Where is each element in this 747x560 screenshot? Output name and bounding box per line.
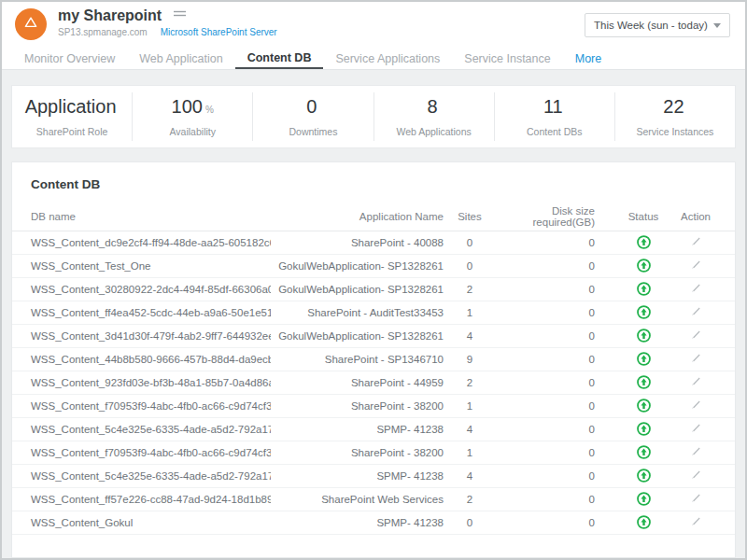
- application-name-cell: SharePoint - SP1346710: [271, 347, 444, 371]
- status-cell: [617, 231, 669, 254]
- sites-cell: 2: [444, 487, 496, 511]
- summary-stats-bar: Application SharePoint Role 100% Availab…: [11, 85, 736, 148]
- stat-value: Application: [12, 96, 132, 120]
- edit-pencil-icon[interactable]: [690, 259, 702, 271]
- status-up-icon: [637, 375, 651, 389]
- sites-cell: 4: [444, 417, 496, 441]
- stat-value: 100%: [133, 96, 252, 120]
- stat-label: Web Applications: [374, 126, 494, 137]
- status-up-icon: [637, 515, 651, 529]
- application-name-cell: SPMP- 41238: [271, 417, 444, 441]
- stat-value: 8: [374, 96, 494, 120]
- status-cell: [617, 301, 669, 324]
- sites-cell: 1: [444, 441, 496, 464]
- main-content: Application SharePoint Role 100% Availab…: [2, 70, 745, 558]
- sites-cell: 2: [444, 277, 496, 301]
- application-name-cell: SPMP- 41238: [271, 511, 444, 534]
- tab-service-applications[interactable]: Service Applications: [323, 45, 452, 69]
- db-name-cell: WSS_Content_dc9e2cf4-ff94-48de-aa25-6051…: [12, 231, 271, 254]
- tab-service-instance[interactable]: Service Instance: [452, 45, 562, 69]
- edit-pencil-icon[interactable]: [690, 235, 702, 247]
- stat-label: SharePoint Role: [12, 126, 132, 137]
- disk-size-cell: 0: [496, 347, 617, 371]
- table-row: WSS_Content_5c4e325e-6335-4ade-a5d2-792a…: [12, 464, 735, 487]
- db-name-cell: WSS_Content_f70953f9-4abc-4fb0-ac66-c9d7…: [12, 441, 271, 464]
- action-cell: [669, 441, 735, 464]
- table-row: WSS_Content_44b8b580-9666-457b-88d4-da9e…: [12, 347, 735, 371]
- title-block: my Sharepoint SP13.spmanage.comMicrosoft…: [58, 7, 277, 37]
- tab-content-db[interactable]: Content DB: [235, 45, 324, 69]
- disk-size-cell: 0: [496, 394, 617, 417]
- chevron-down-icon: [713, 23, 721, 28]
- time-range-dropdown[interactable]: This Week (sun - today): [585, 13, 730, 37]
- table-row: WSS_Content_dc9e2cf4-ff94-48de-aa25-6051…: [12, 231, 735, 254]
- edit-pencil-icon[interactable]: [690, 469, 702, 481]
- menu-icon[interactable]: [174, 7, 186, 24]
- table-row: WSS_Content_923fd03e-bf3b-48a1-85b7-0a4d…: [12, 371, 735, 394]
- col-header-action: Action: [669, 203, 735, 231]
- application-name-cell: GokulWebApplication- SP1328261: [271, 254, 444, 277]
- stat-label: Downtimes: [253, 126, 373, 137]
- status-cell: [617, 487, 669, 511]
- action-cell: [669, 394, 735, 417]
- status-cell: [617, 371, 669, 394]
- action-cell: [669, 371, 735, 394]
- application-name-cell: SharePoint - 38200: [271, 394, 444, 417]
- edit-pencil-icon[interactable]: [690, 305, 702, 317]
- disk-size-cell: 0: [496, 301, 617, 324]
- server-type-link[interactable]: Microsoft SharePoint Server: [161, 27, 277, 37]
- db-name-cell: WSS_Content_Test_One: [12, 254, 271, 277]
- disk-size-cell: 0: [496, 417, 617, 441]
- page-title: my Sharepoint: [58, 7, 162, 24]
- status-cell: [617, 441, 669, 464]
- tab-web-application[interactable]: Web Application: [127, 45, 234, 69]
- stat-web-applications: 8 Web Applications: [374, 92, 494, 141]
- disk-size-cell: 0: [496, 371, 617, 394]
- disk-size-cell: 0: [496, 277, 617, 301]
- status-cell: [617, 347, 669, 371]
- edit-pencil-icon[interactable]: [690, 329, 702, 341]
- status-cell: [617, 511, 669, 534]
- stat-label: Availability: [133, 126, 252, 137]
- application-name-cell: SPMP- 41238: [271, 464, 444, 487]
- content-db-table: DB name Application Name Sites Disk size…: [12, 203, 735, 535]
- edit-pencil-icon[interactable]: [690, 282, 702, 294]
- panel-title: Content DB: [12, 175, 735, 203]
- edit-pencil-icon[interactable]: [690, 492, 702, 504]
- action-cell: [669, 301, 735, 324]
- table-row: WSS_Content_f70953f9-4abc-4fb0-ac66-c9d7…: [12, 441, 735, 464]
- application-name-cell: SharePoint - 44959: [271, 371, 444, 394]
- stat-availability: 100% Availability: [132, 92, 252, 141]
- sites-cell: 1: [444, 394, 496, 417]
- col-header-db-name: DB name: [12, 203, 271, 231]
- tab-more[interactable]: More: [563, 45, 613, 69]
- warning-triangle-icon: [23, 15, 38, 34]
- status-cell: [617, 324, 669, 347]
- stat-service-instances: 22 Service Instances: [614, 92, 735, 141]
- tab-monitor-overview[interactable]: Monitor Overview: [12, 45, 127, 69]
- application-name-cell: SharePoint Web Services: [271, 487, 444, 511]
- table-row: WSS_Content_30280922-2dc4-494f-85df-6630…: [12, 277, 735, 301]
- edit-pencil-icon[interactable]: [690, 399, 702, 411]
- status-up-icon: [637, 259, 651, 273]
- action-cell: [669, 464, 735, 487]
- status-cell: [617, 254, 669, 277]
- db-name-cell: WSS_Content_44b8b580-9666-457b-88d4-da9e…: [12, 347, 271, 371]
- col-header-application-name: Application Name: [271, 203, 444, 231]
- edit-pencil-icon[interactable]: [690, 445, 702, 457]
- sites-cell: 4: [444, 464, 496, 487]
- action-cell: [669, 417, 735, 441]
- status-up-icon: [637, 399, 651, 413]
- sites-cell: 9: [444, 347, 496, 371]
- disk-size-cell: 0: [496, 231, 617, 254]
- edit-pencil-icon[interactable]: [690, 352, 702, 364]
- status-up-icon: [637, 492, 651, 506]
- status-cell: [617, 417, 669, 441]
- edit-pencil-icon[interactable]: [690, 422, 702, 434]
- stat-downtimes: 0 Downtimes: [252, 92, 373, 141]
- edit-pencil-icon[interactable]: [690, 375, 702, 387]
- stat-sharepoint-role: Application SharePoint Role: [12, 92, 132, 141]
- edit-pencil-icon[interactable]: [690, 515, 702, 527]
- application-name-cell: SharePoint - 38200: [271, 441, 444, 464]
- col-header-status: Status: [617, 203, 669, 231]
